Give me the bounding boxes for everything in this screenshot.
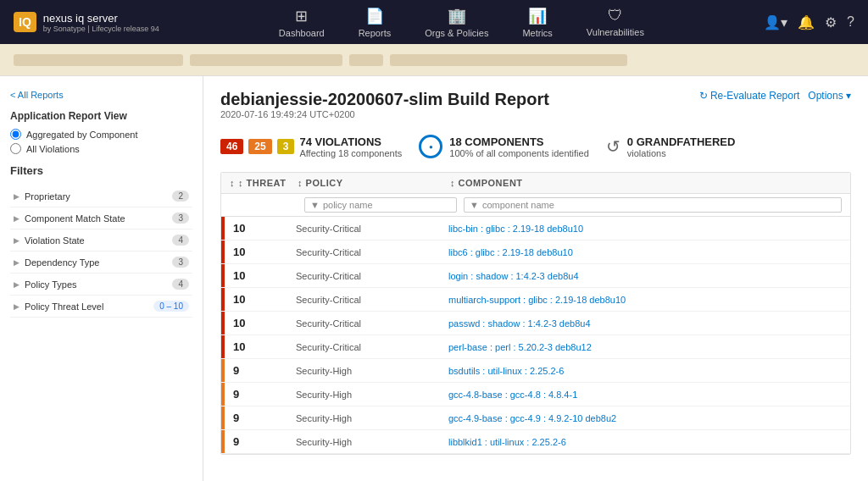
report-title: debianjessie-20200607-slim Build Report [220,90,549,109]
threat-cell-1: 10 [221,240,289,263]
threat-cell-5: 10 [221,335,289,358]
table-row: 10 Security-Critical passwd : shadow : 1… [221,312,850,335]
component-cell-1[interactable]: libc6 : glibc : 2.19-18 deb8u10 [442,240,850,263]
policy-cell-0: Security-Critical [289,217,442,240]
policy-cell-2: Security-Critical [289,264,442,287]
filter-threat-level-left: ▶ Policy Threat Level [14,301,103,312]
component-cell-7[interactable]: gcc-4.8-base : gcc-4.8 : 4.8.4-1 [442,383,850,406]
radio-aggregated[interactable]: Aggregated by Component [10,129,192,140]
app-name: nexus iq server [43,12,159,25]
filter-policy-types[interactable]: ▶ Policy Types 4 [10,274,192,296]
table-header: ↕ ↕ THREAT ↕ POLICY ↕ COMPONENT [221,173,850,194]
filter-dependency-type[interactable]: ▶ Dependency Type 3 [10,252,192,274]
filter-threat-level-arrow: ▶ [14,302,19,311]
violations-label: 74 VIOLATIONS Affecting 18 components [299,135,402,158]
notification-icon[interactable]: 🔔 [798,14,815,30]
filter-threat-level[interactable]: ▶ Policy Threat Level 0 – 10 [10,296,192,318]
badge-high: 25 [248,139,271,154]
threat-cell-6: 9 [221,359,289,382]
radio-all-violations[interactable]: All Violations [10,143,192,154]
col-policy-header[interactable]: ↕ POLICY [298,178,450,188]
filter-proprietary[interactable]: ▶ Proprietary 2 [10,185,192,207]
banner-blur-1 [14,54,183,66]
nav-metrics[interactable]: 📊 Metrics [505,2,569,43]
user-icon[interactable]: 👤▾ [764,14,787,30]
policy-header-label: POLICY [306,178,343,188]
filter-policy-types-count: 4 [172,279,189,290]
component-cell-8[interactable]: gcc-4.9-base : gcc-4.9 : 4.9.2-10 deb8u2 [442,406,850,429]
nav-orgs-label: Orgs & Policies [425,28,488,38]
nav-orgs-policies[interactable]: 🏢 Orgs & Policies [408,2,505,43]
col-threat-header[interactable]: ↕ ↕ THREAT [230,178,298,188]
sidebar: < All Reports Application Report View Ag… [0,76,203,481]
filter-component-match-count: 3 [172,213,189,224]
table-row: 9 Security-High gcc-4.8-base : gcc-4.8 :… [221,383,850,406]
logo-icon: IQ [14,12,36,32]
table-row: 9 Security-High gcc-4.9-base : gcc-4.9 :… [221,406,850,430]
filter-violation-state-arrow: ▶ [14,236,19,245]
nav-items: ⊞ Dashboard 📄 Reports 🏢 Orgs & Policies … [180,2,743,43]
dashboard-icon: ⊞ [295,7,308,25]
filter-violation-state[interactable]: ▶ Violation State 4 [10,229,192,252]
view-title: Application Report View [10,110,192,122]
back-link[interactable]: < All Reports [10,90,192,100]
nav-dashboard-label: Dashboard [279,28,325,38]
threat-header-label: ↕ THREAT [238,178,286,188]
orgs-icon: 🏢 [448,7,466,25]
app-tagline: by Sonatype | Lifecycle release 94 [43,25,159,33]
nav-reports[interactable]: 📄 Reports [342,2,409,43]
content-area: debianjessie-20200607-slim Build Report … [203,76,868,481]
col-component-header[interactable]: ↕ COMPONENT [450,178,842,188]
policy-cell-4: Security-Critical [289,312,442,334]
threat-cell-2: 10 [221,264,289,287]
component-cell-3[interactable]: multiarch-support : glibc : 2.19-18 deb8… [442,288,850,311]
component-cell-4[interactable]: passwd : shadow : 1:4.2-3 deb8u4 [442,312,850,334]
component-cell-6[interactable]: bsdutils : util-linux : 2.25.2-6 [442,359,850,382]
component-cell-5[interactable]: perl-base : perl : 5.20.2-3 deb8u12 [442,335,850,358]
options-button[interactable]: Options ▾ [808,90,851,102]
policy-cell-8: Security-High [289,406,442,429]
banner-blur-2 [190,54,342,66]
filter-policy-types-label: Policy Types [25,279,77,290]
nav-metrics-label: Metrics [522,28,552,38]
radio-all-violations-input[interactable] [10,143,21,154]
threat-cell-0: 10 [221,217,289,240]
component-filter-input[interactable]: ▼ component name [464,197,842,213]
table-row: 9 Security-High bsdutils : util-linux : … [221,359,850,383]
threat-filter-empty [230,197,298,213]
table-row: 10 Security-Critical libc-bin : glibc : … [221,217,850,240]
report-date: 2020-07-16 19:49:24 UTC+0200 [220,109,549,119]
threat-sort-icon: ↕ [230,178,235,188]
view-options: Aggregated by Component All Violations [10,129,192,154]
filter-proprietary-label: Proprietary [25,191,70,202]
metrics-icon: 📊 [528,7,547,25]
nav-vulnerabilities[interactable]: 🛡 Vulnerabilities [570,2,661,43]
component-cell-0[interactable]: libc-bin : glibc : 2.19-18 deb8u10 [442,217,850,240]
nav-dashboard[interactable]: ⊞ Dashboard [262,2,342,43]
filter-list: ▶ Proprietary 2 ▶ Component Match State … [10,185,192,318]
filter-component-match[interactable]: ▶ Component Match State 3 [10,207,192,229]
filters-title: Filters [10,164,192,177]
table-row: 9 Security-High libblkid1 : util-linux :… [221,430,850,454]
table-row: 10 Security-Critical login : shadow : 1:… [221,264,850,288]
component-filter-icon: ▼ [470,200,479,210]
help-icon[interactable]: ? [847,14,854,30]
policy-filter-input[interactable]: ▼ policy name [304,197,457,213]
nav-vulns-label: Vulnerabilities [587,27,644,37]
threat-cell-8: 9 [221,406,289,429]
filter-threat-level-label: Policy Threat Level [25,301,103,312]
filter-dependency-type-arrow: ▶ [14,258,19,267]
banner-blur-4 [390,54,627,66]
re-evaluate-button[interactable]: ↻ Re-Evaluate Report [699,90,800,102]
component-cell-9[interactable]: libblkid1 : util-linux : 2.25.2-6 [442,430,850,453]
filter-policy-types-left: ▶ Policy Types [14,279,77,290]
top-nav: IQ nexus iq server by Sonatype | Lifecyc… [0,0,868,44]
policy-cell-5: Security-Critical [289,335,442,358]
stat-violations: 46 25 3 74 VIOLATIONS Affecting 18 compo… [220,135,402,158]
component-cell-2[interactable]: login : shadow : 1:4.2-3 deb8u4 [442,264,850,287]
radio-aggregated-input[interactable] [10,129,21,140]
settings-icon[interactable]: ⚙ [825,14,837,30]
filter-proprietary-left: ▶ Proprietary [14,191,70,202]
report-actions: ↻ Re-Evaluate Report Options ▾ [699,90,851,102]
component-filter-placeholder: component name [482,200,554,210]
